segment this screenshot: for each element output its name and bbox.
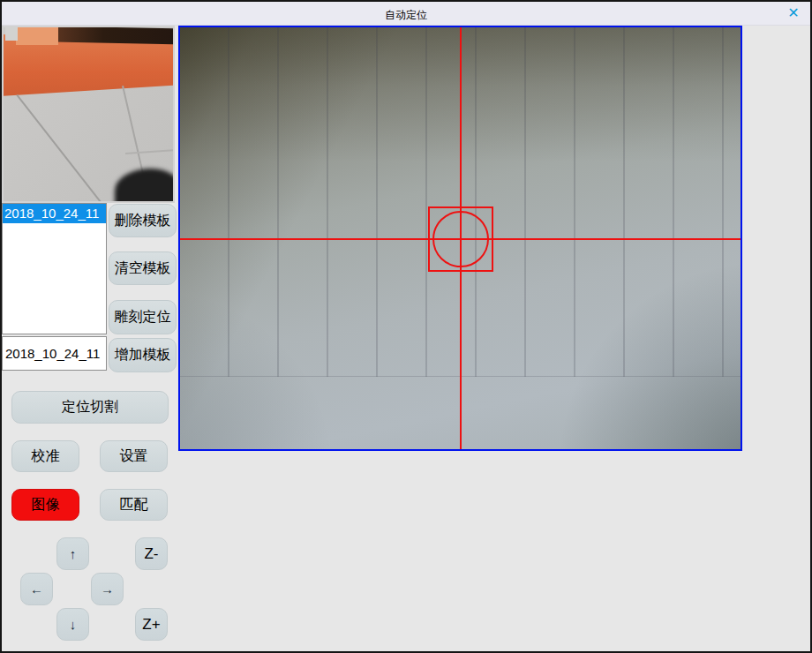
- delete-template-button[interactable]: 删除模板: [109, 204, 177, 237]
- thumbnail-tile-line: [16, 94, 102, 203]
- target-circle-marker: [432, 211, 489, 267]
- image-button[interactable]: 图像: [11, 489, 79, 521]
- jog-right-button[interactable]: →: [91, 573, 124, 605]
- thumbnail-gray-block: [5, 27, 18, 41]
- thumbnail-tile-line: [125, 149, 175, 154]
- match-button[interactable]: 匹配: [100, 489, 168, 521]
- add-template-button[interactable]: 增加模板: [109, 338, 177, 372]
- list-item[interactable]: 2018_10_24_11: [3, 204, 106, 223]
- template-list[interactable]: 2018_10_24_11: [2, 203, 107, 334]
- thumbnail-dark-object: [115, 169, 175, 203]
- jog-down-button[interactable]: ↓: [56, 608, 89, 641]
- arrow-right-icon: →: [101, 582, 114, 597]
- settings-button[interactable]: 设置: [100, 440, 168, 472]
- title-bar: 自动定位 ✕: [2, 2, 810, 26]
- thumbnail-dark-strip: [55, 26, 175, 45]
- auto-position-dialog: 自动定位 ✕ 2018_10_24_11 2018_10_24_11 删除模板 …: [0, 0, 812, 653]
- calibrate-button[interactable]: 校准: [11, 440, 79, 472]
- camera-view[interactable]: [178, 26, 742, 451]
- template-thumbnail: [2, 26, 175, 203]
- position-cut-button[interactable]: 定位切割: [11, 391, 169, 424]
- close-icon[interactable]: ✕: [782, 4, 805, 23]
- engrave-position-button[interactable]: 雕刻定位: [109, 300, 177, 334]
- template-name-field[interactable]: 2018_10_24_11: [2, 336, 107, 371]
- z-minus-button[interactable]: Z-: [135, 537, 168, 570]
- z-plus-button[interactable]: Z+: [135, 608, 168, 641]
- arrow-down-icon: ↓: [70, 617, 77, 632]
- jog-up-button[interactable]: ↑: [56, 537, 89, 570]
- jog-left-button[interactable]: ←: [20, 573, 53, 605]
- dialog-title: 自动定位: [2, 8, 810, 23]
- clear-template-button[interactable]: 清空模板: [109, 251, 177, 285]
- arrow-left-icon: ←: [30, 582, 43, 597]
- thumbnail-light-block: [16, 27, 58, 45]
- arrow-up-icon: ↑: [70, 546, 77, 561]
